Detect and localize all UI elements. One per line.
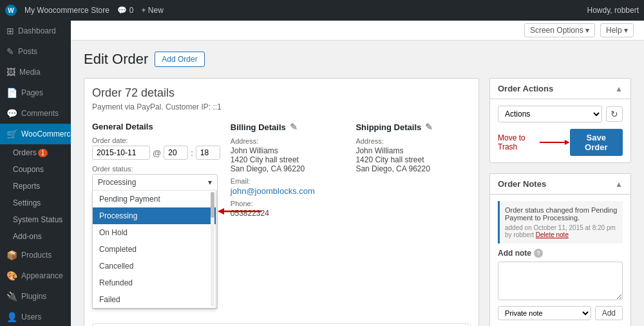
order-actions-header: Order Actions ▲ — [490, 79, 630, 99]
site-name-label: My Woocommerce Store — [24, 6, 109, 15]
sidebar-item-settings[interactable]: Settings — [0, 195, 71, 211]
refresh-button[interactable]: ↻ — [606, 106, 623, 122]
new-content-link[interactable]: + New — [142, 6, 164, 15]
settings-label: Settings — [13, 198, 41, 207]
main-content: Screen Options ▾ Help ▾ Edit Order Add O… — [71, 21, 644, 326]
at-symbol: @ — [153, 148, 161, 158]
dropdown-scrollbar[interactable] — [211, 192, 214, 307]
order-time-hour-input[interactable] — [164, 146, 188, 160]
save-order-button[interactable]: Save Order — [570, 129, 623, 156]
admin-bar: W My Woocommerce Store 💬 0 + New Howdy, … — [0, 0, 644, 21]
dropdown-arrow-icon: ▾ — [208, 178, 212, 187]
order-date-input[interactable] — [92, 146, 150, 160]
status-option-processing[interactable]: Processing — [93, 207, 216, 224]
sidebar-item-posts[interactable]: ✎ Posts — [0, 41, 71, 62]
add-note-button[interactable]: Add — [595, 306, 623, 320]
order-details-metabox: Order 72 details Payment via PayPal. Cus… — [84, 78, 479, 326]
order-status-label: Order status: — [92, 165, 220, 173]
sidebar-item-coupons[interactable]: Coupons — [0, 161, 71, 178]
sidebar-item-dashboard[interactable]: ⊞ Dashboard — [0, 21, 71, 41]
status-option-failed[interactable]: Failed — [93, 291, 216, 308]
sidebar-item-plugins[interactable]: 🔌 Plugins — [0, 286, 71, 307]
sidebar-item-orders[interactable]: Orders 1 — [0, 144, 71, 161]
system-status-label: System Status — [13, 215, 62, 224]
delete-note-link[interactable]: Delete note — [536, 231, 569, 238]
billing-address-label: Address: — [231, 137, 346, 145]
coupons-label: Coupons — [13, 165, 44, 174]
screen-options-button[interactable]: Screen Options ▾ — [524, 23, 595, 37]
sidebar-item-label: Media — [19, 68, 41, 77]
billing-city-state: San Diego, CA 96220 — [231, 164, 346, 173]
svg-marker-3 — [565, 140, 570, 145]
sidebar-item-add-ons[interactable]: Add-ons — [0, 228, 71, 245]
billing-email-label: Email: — [231, 177, 346, 185]
sidebar-item-appearance[interactable]: 🎨 Appearance — [0, 265, 71, 286]
sidebar-item-users[interactable]: 👤 Users — [0, 307, 71, 326]
site-name-link[interactable]: My Woocommerce Store — [24, 6, 109, 15]
comments-link[interactable]: 💬 0 — [117, 6, 134, 15]
shipping-details-section: Shipping Details ✎ Address: John William… — [355, 122, 471, 313]
status-option-pending[interactable]: Pending Payment — [93, 191, 216, 207]
order-notes-metabox: Order Notes ▲ Order status changed from … — [489, 173, 631, 326]
note-type-select[interactable]: Private note Note to customer — [498, 306, 591, 320]
add-ons-label: Add-ons — [13, 232, 42, 241]
actions-select[interactable]: Actions — [498, 106, 602, 122]
status-option-on-hold[interactable]: On Hold — [93, 224, 216, 241]
order-actions-collapse[interactable]: ▲ — [615, 84, 623, 93]
howdy-label: Howdy, robbert — [587, 6, 639, 15]
shipping-edit-icon[interactable]: ✎ — [425, 122, 433, 132]
orders-label: Orders — [13, 148, 37, 157]
billing-edit-icon[interactable]: ✎ — [290, 122, 298, 132]
dropdown-current-value[interactable]: Processing ▾ — [93, 175, 217, 191]
sidebar-item-label: Plugins — [21, 292, 46, 301]
status-option-cancelled[interactable]: Cancelled — [93, 258, 216, 274]
sidebar-item-woocommerce[interactable]: 🛒 WooCommerce — [0, 124, 71, 144]
orders-badge: 1 — [38, 149, 48, 157]
woocommerce-icon: 🛒 — [6, 129, 17, 139]
sidebar-item-system-status[interactable]: System Status — [0, 211, 71, 228]
colon-separator: : — [191, 148, 193, 158]
order-time-min-input[interactable] — [196, 146, 220, 160]
page-title: Edit Order — [84, 51, 148, 68]
note-footer: Private note Note to customer Add — [498, 306, 623, 320]
order-status-dropdown-wrap: Processing ▾ Pending Payment Processing … — [92, 174, 220, 309]
current-status-text: Processing — [98, 178, 136, 187]
sidebar-item-reports[interactable]: Reports — [0, 178, 71, 195]
wp-logo-link[interactable]: W — [5, 5, 17, 16]
sidebar-item-products[interactable]: 📦 Products — [0, 245, 71, 265]
shipping-city-state: San Diego, CA 96220 — [355, 164, 471, 173]
order-status-dropdown[interactable]: Processing ▾ Pending Payment Processing … — [92, 174, 218, 309]
appearance-icon: 🎨 — [6, 271, 17, 281]
help-button[interactable]: Help ▾ — [600, 23, 634, 37]
note-meta: added on October 11, 2015 at 8:20 pm by … — [505, 224, 618, 238]
sidebar: ⊞ Dashboard ✎ Posts 🖼 Media 📄 Pages 💬 Co… — [0, 21, 71, 326]
order-notes-collapse[interactable]: ▲ — [615, 180, 623, 189]
billing-email-link[interactable]: john@joomblocks.com — [231, 186, 315, 196]
plugins-icon: 🔌 — [6, 291, 17, 302]
sidebar-item-label: Products — [21, 251, 52, 260]
processing-arrow — [218, 206, 263, 218]
note-textarea[interactable] — [498, 262, 623, 300]
shipping-street: 1420 City hall street — [355, 155, 471, 164]
add-order-button[interactable]: Add Order — [155, 52, 204, 67]
billing-name: John Williams — [231, 146, 346, 155]
save-arrow — [540, 137, 570, 148]
pages-icon: 📄 — [6, 88, 17, 98]
users-icon: 👤 — [6, 312, 17, 322]
note-item: Order status changed from Pending Paymen… — [498, 201, 623, 244]
products-icon: 📦 — [6, 250, 17, 260]
sidebar-item-pages[interactable]: 📄 Pages — [0, 82, 71, 103]
status-option-completed[interactable]: Completed — [93, 241, 216, 258]
new-content-label: + New — [142, 6, 164, 15]
add-note-info-icon: ? — [534, 249, 543, 258]
sidebar-item-label: Pages — [21, 88, 43, 97]
status-option-refunded[interactable]: Refunded — [93, 274, 216, 291]
sidebar-item-comments[interactable]: 💬 Comments — [0, 103, 71, 124]
sidebar-item-media[interactable]: 🖼 Media — [0, 62, 71, 82]
sidebar-item-label: WooCommerce — [21, 129, 71, 139]
comments-icon: 💬 — [6, 108, 17, 119]
move-to-trash-link[interactable]: Move to Trash — [498, 133, 536, 151]
actions-footer: Move to Trash Save Order — [498, 129, 623, 156]
shipping-address-label: Address: — [355, 137, 471, 145]
sidebar-item-label: Users — [21, 312, 41, 321]
